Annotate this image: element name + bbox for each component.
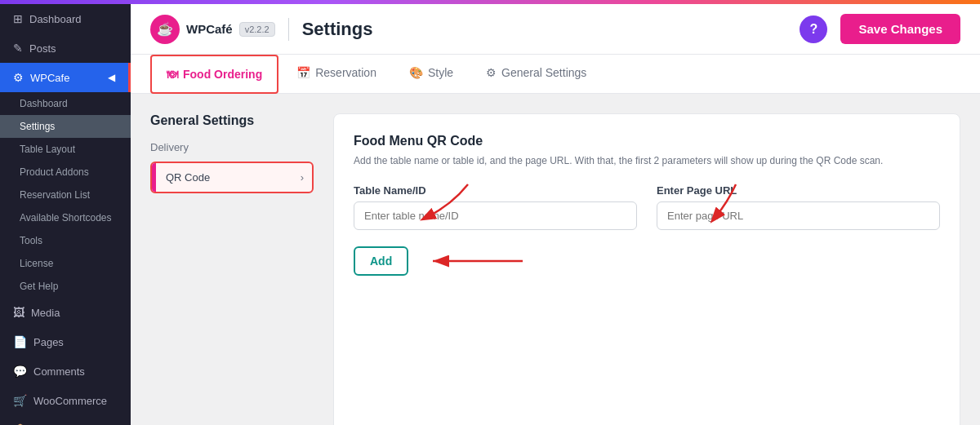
sidebar-item-wpcafe[interactable]: ⚙ WPCafe ◀ [0, 63, 131, 92]
right-panel: Food Menu QR Code Add the table name or … [333, 113, 960, 425]
input-section: Table Name/ID Enter Page URL [354, 184, 940, 230]
qr-code-label: QR Code [156, 163, 292, 192]
add-button-row: Add [354, 246, 940, 276]
sidebar-item-comments[interactable]: 💬 Comments [0, 356, 131, 386]
wpcafe-logo-icon: ☕ [150, 15, 180, 44]
logo-area: ☕ WPCafé v2.2.2 [150, 15, 275, 44]
tab-reservation[interactable]: 📅 Reservation [282, 55, 391, 93]
style-icon: 🎨 [409, 66, 423, 79]
qr-code-title: Food Menu QR Code [354, 134, 940, 148]
table-name-input[interactable] [354, 201, 637, 230]
tab-style[interactable]: 🎨 Style [394, 55, 468, 93]
sidebar-sub-settings[interactable]: Settings [0, 115, 131, 138]
page-url-label: Enter Page URL [657, 184, 940, 197]
header: ☕ WPCafé v2.2.2 Settings ? Save Changes [131, 4, 980, 55]
sidebar-sub-product-addons[interactable]: Product Addons [0, 161, 131, 184]
sidebar-sub-reservation-list[interactable]: Reservation List [0, 184, 131, 206]
table-name-group: Table Name/ID [354, 184, 637, 230]
sidebar-sub-tools[interactable]: Tools [0, 229, 131, 252]
comments-icon: 💬 [13, 365, 27, 378]
pages-icon: 📄 [13, 335, 27, 348]
posts-icon: ✎ [13, 42, 23, 55]
sidebar-sub-shortcodes[interactable]: Available Shortcodes [0, 206, 131, 229]
sidebar: ⊞ Dashboard ✎ Posts ⚙ WPCafe ◀ Dashboard… [0, 4, 131, 425]
sidebar-item-posts[interactable]: ✎ Posts [0, 33, 131, 63]
help-button[interactable]: ? [800, 15, 827, 43]
input-row: Table Name/ID Enter Page URL [354, 184, 940, 230]
sidebar-sub-get-help[interactable]: Get Help [0, 275, 131, 298]
content-area: 🍽 Food Ordering 📅 Reservation 🎨 Style ⚙ … [131, 55, 980, 425]
page-title: Settings [302, 19, 373, 40]
page-url-input[interactable] [657, 201, 940, 230]
add-button[interactable]: Add [354, 246, 408, 276]
header-save-button[interactable]: Save Changes [840, 14, 960, 44]
tabs-bar: 🍽 Food Ordering 📅 Reservation 🎨 Style ⚙ … [131, 55, 980, 94]
reservation-icon: 📅 [296, 66, 310, 79]
qr-code-desc: Add the table name or table id, and the … [354, 153, 940, 168]
main-content: ☕ WPCafé v2.2.2 Settings ? Save Changes … [131, 4, 980, 425]
wpcafe-chevron-icon: ◀ [108, 72, 115, 83]
qr-code-chevron-icon: › [292, 163, 312, 192]
sidebar-item-products[interactable]: 📦 Products [0, 415, 131, 425]
media-icon: 🖼 [13, 306, 24, 319]
qr-code-menu-item[interactable]: QR Code › [150, 162, 314, 193]
woocommerce-icon: 🛒 [13, 394, 27, 407]
sidebar-item-woocommerce[interactable]: 🛒 WooCommerce [0, 386, 131, 415]
delivery-label: Delivery [150, 141, 314, 153]
version-badge: v2.2.2 [239, 22, 275, 37]
settings-body: General Settings Delivery QR Code › Food… [131, 94, 980, 425]
food-ordering-icon: 🍽 [167, 68, 178, 81]
left-panel-title: General Settings [150, 113, 314, 128]
header-divider [288, 18, 289, 41]
sidebar-item-pages[interactable]: 📄 Pages [0, 327, 131, 356]
left-panel: General Settings Delivery QR Code › [150, 113, 314, 425]
sidebar-item-dashboard[interactable]: ⊞ Dashboard [0, 4, 131, 33]
dashboard-icon: ⊞ [13, 12, 23, 25]
logo-name: WPCafé [186, 22, 233, 36]
page-url-group: Enter Page URL [657, 184, 940, 230]
add-button-arrow-annotation [425, 246, 531, 276]
table-name-label: Table Name/ID [354, 184, 637, 197]
wpcafe-icon: ⚙ [13, 71, 24, 84]
general-settings-icon: ⚙ [486, 66, 497, 79]
sidebar-sub-dashboard[interactable]: Dashboard [0, 92, 131, 115]
sidebar-item-media[interactable]: 🖼 Media [0, 298, 131, 327]
sidebar-sub-table-layout[interactable]: Table Layout [0, 138, 131, 161]
tab-food-ordering[interactable]: 🍽 Food Ordering [150, 55, 278, 94]
sidebar-sub-license[interactable]: License [0, 252, 131, 275]
tab-general-settings[interactable]: ⚙ General Settings [471, 55, 601, 93]
